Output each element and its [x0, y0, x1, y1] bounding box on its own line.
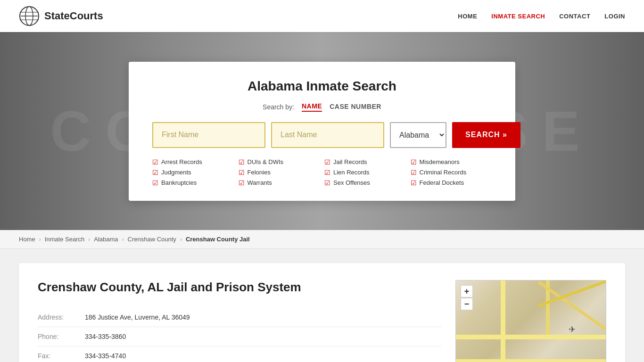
map-zoom-out[interactable]: −	[461, 298, 473, 310]
breadcrumb-link[interactable]: Alabama	[94, 236, 118, 243]
map-controls: + −	[461, 285, 473, 310]
checkmark-icon: ☑	[152, 169, 158, 176]
map-airport-icon: ✈	[569, 324, 576, 335]
checkmark-icon: ☑	[239, 158, 245, 166]
nav-inmate-search[interactable]: INMATE SEARCH	[491, 13, 545, 20]
nav-contact[interactable]: CONTACT	[559, 13, 590, 20]
checklist-item: ☑Felonies	[239, 169, 320, 176]
breadcrumb-current: Crenshaw County Jail	[186, 236, 250, 243]
info-label: Address:	[38, 308, 85, 327]
checkmark-icon: ☑	[152, 158, 158, 166]
first-name-input[interactable]	[152, 122, 265, 148]
info-table: Address:186 Justice Ave, Luverne, AL 360…	[38, 308, 441, 362]
checkmark-icon: ☑	[324, 158, 330, 166]
checkmark-icon: ☑	[152, 179, 158, 187]
checklist-item: ☑Criminal Records	[411, 169, 492, 176]
content-left: Crenshaw County, AL Jail and Prison Syst…	[38, 280, 441, 362]
breadcrumb-separator: ›	[88, 236, 90, 243]
checklist-grid: ☑Arrest Records☑DUIs & DWIs☑Jail Records…	[152, 158, 492, 187]
breadcrumb: Home›Inmate Search›Alabama›Crenshaw Coun…	[0, 230, 644, 249]
checklist-item: ☑Lien Records	[324, 169, 406, 176]
checklist-item: ☑DUIs & DWIs	[239, 158, 320, 166]
checklist-item: ☑Arrest Records	[152, 158, 234, 166]
map-placeholder: + − 📍 ✈ tledge	[456, 280, 606, 362]
nav-login[interactable]: LOGIN	[604, 13, 625, 20]
checkmark-icon: ☑	[324, 179, 330, 187]
search-card: Alabama Inmate Search Search by: NAME CA…	[129, 62, 515, 201]
content-card: Crenshaw County, AL Jail and Prison Syst…	[19, 263, 625, 362]
breadcrumb-link[interactable]: Home	[19, 236, 35, 243]
nav-home[interactable]: HOME	[458, 13, 477, 20]
tab-name[interactable]: NAME	[302, 102, 322, 112]
info-label: Fax:	[38, 346, 85, 362]
breadcrumb-link[interactable]: Crenshaw County	[128, 236, 176, 243]
info-value: 334-335-3860	[85, 327, 441, 346]
logo-text: StateCourts	[44, 10, 103, 22]
checkmark-icon: ☑	[239, 179, 245, 187]
logo-icon	[19, 6, 40, 26]
info-value: 334-335-4740	[85, 346, 441, 362]
checklist-item: ☑Judgments	[152, 169, 234, 176]
breadcrumb-separator: ›	[180, 236, 182, 243]
info-row: Phone:334-335-3860	[38, 327, 441, 346]
info-label: Phone:	[38, 327, 85, 346]
breadcrumb-separator: ›	[39, 236, 41, 243]
search-button[interactable]: SEARCH »	[452, 122, 520, 148]
search-fields-row: Alabama Alaska Arizona Arkansas Californ…	[152, 122, 492, 148]
checkmark-icon: ☑	[411, 169, 417, 176]
search-by-row: Search by: NAME CASE NUMBER	[152, 102, 492, 112]
checkmark-icon: ☑	[411, 179, 417, 187]
breadcrumb-separator: ›	[122, 236, 124, 243]
state-select[interactable]: Alabama Alaska Arizona Arkansas Californ…	[390, 122, 446, 148]
search-by-label: Search by:	[263, 103, 294, 111]
checklist-item: ☑Federal Dockets	[411, 179, 492, 187]
checklist-item: ☑Jail Records	[324, 158, 406, 166]
main-content: Crenshaw County, AL Jail and Prison Syst…	[0, 249, 644, 362]
checklist-item: ☑Misdemeanors	[411, 158, 492, 166]
checklist-item: ☑Bankruptcies	[152, 179, 234, 187]
info-row: Fax:334-335-4740	[38, 346, 441, 362]
main-nav: HOME INMATE SEARCH CONTACT LOGIN	[458, 13, 625, 20]
site-header: StateCourts HOME INMATE SEARCH CONTACT L…	[0, 0, 644, 32]
info-row: Address:186 Justice Ave, Luverne, AL 360…	[38, 308, 441, 327]
hero-section: COURTHOUSE Alabama Inmate Search Search …	[0, 32, 644, 230]
map-container: + − 📍 ✈ tledge	[455, 280, 606, 362]
jail-title: Crenshaw County, AL Jail and Prison Syst…	[38, 280, 441, 295]
checkmark-icon: ☑	[239, 169, 245, 176]
breadcrumb-link[interactable]: Inmate Search	[45, 236, 85, 243]
checklist-item: ☑Sex Offenses	[324, 179, 406, 187]
tab-case-number[interactable]: CASE NUMBER	[330, 103, 381, 111]
search-card-title: Alabama Inmate Search	[152, 79, 492, 94]
checkmark-icon: ☑	[411, 158, 417, 166]
info-value: 186 Justice Ave, Luverne, AL 36049	[85, 308, 441, 327]
map-zoom-in[interactable]: +	[461, 285, 473, 297]
logo-area[interactable]: StateCourts	[19, 6, 103, 26]
checklist-item: ☑Warrants	[239, 179, 320, 187]
last-name-input[interactable]	[271, 122, 384, 148]
checkmark-icon: ☑	[324, 169, 330, 176]
